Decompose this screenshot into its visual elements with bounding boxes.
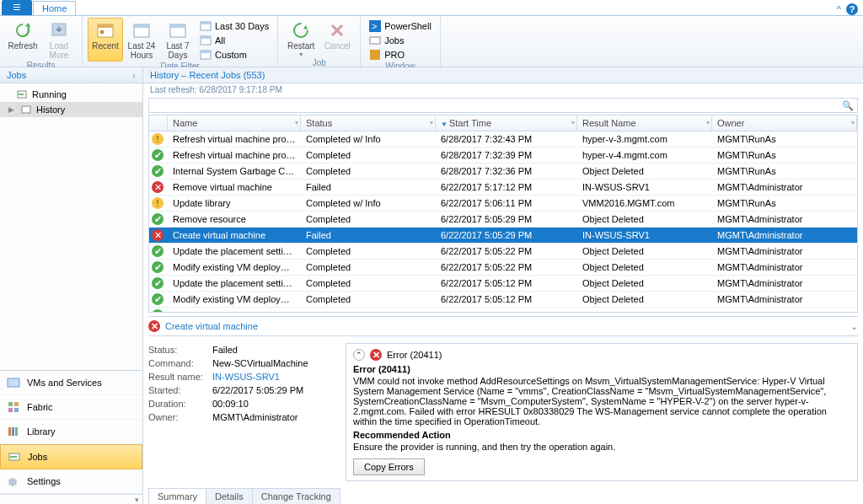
col-result-name[interactable]: Result Name▾: [577, 115, 712, 131]
status-icon: ✕: [149, 180, 168, 195]
table-row[interactable]: ✔Create new VM deployment configurationC…: [149, 308, 857, 312]
status-icon: ✔: [149, 164, 168, 179]
nav-vms-and-services[interactable]: VMs and Services: [0, 371, 142, 395]
svg-rect-3: [100, 30, 104, 34]
cell-start-time: 6/22/2017 5:05:29 PM: [436, 228, 577, 242]
last-24-hours-button[interactable]: Last 24 Hours: [124, 18, 159, 62]
svg-rect-29: [15, 427, 18, 436]
table-row[interactable]: ✕Create virtual machineFailed6/22/2017 5…: [149, 228, 857, 244]
pro-button[interactable]: PRO: [366, 48, 435, 62]
search-input[interactable]: [153, 100, 842, 110]
col-owner[interactable]: Owner▾: [712, 115, 857, 131]
recent-button[interactable]: Recent: [88, 18, 123, 62]
library-icon: [7, 425, 20, 438]
detail-tab-change-tracking[interactable]: Change Tracking: [252, 488, 340, 504]
table-row[interactable]: !Refresh virtual machine propertiesCompl…: [149, 131, 857, 147]
cell-start-time: 6/22/2017 5:05:12 PM: [436, 292, 577, 306]
cell-name: Update the placement settings of a VM...: [168, 244, 301, 258]
ribbon-collapse-icon[interactable]: ^: [837, 4, 841, 14]
help-icon[interactable]: ?: [846, 3, 858, 15]
table-row[interactable]: ✔Refresh virtual machine propertiesCompl…: [149, 147, 857, 164]
cell-result-name: Object Deleted: [577, 244, 712, 258]
last-7-days-button[interactable]: Last 7 Days: [160, 18, 196, 62]
detail-properties: Status:FailedCommand:New-SCVirtualMachin…: [148, 343, 334, 481]
svg-rect-26: [14, 408, 19, 412]
detail-tab-summary[interactable]: Summary: [148, 488, 206, 504]
cell-status: Completed: [301, 276, 436, 290]
nav-fabric[interactable]: Fabric: [0, 395, 142, 420]
prop-label: Command:: [148, 358, 207, 368]
svg-point-14: [294, 24, 308, 37]
table-row[interactable]: ✔Modify existing VM deployment configu..…: [149, 292, 857, 308]
svg-rect-25: [8, 408, 13, 412]
prop-label: Status:: [148, 345, 207, 355]
table-row[interactable]: ✔Modify existing VM deployment configu..…: [149, 260, 857, 276]
cell-result-name: IN-WSUS-SRV1: [577, 180, 712, 194]
status-icon: !: [149, 131, 168, 147]
status-icon: ✔: [149, 276, 168, 291]
svg-rect-18: [370, 50, 380, 60]
collapse-icon[interactable]: ‹: [132, 70, 136, 80]
cell-start-time: 6/28/2017 7:32:36 PM: [436, 164, 577, 178]
cell-start-time: 6/22/2017 5:05:22 PM: [436, 260, 577, 274]
prop-value[interactable]: IN-WSUS-SRV1: [212, 372, 334, 382]
cell-result-name: Object Deleted: [577, 276, 712, 290]
cell-status: Completed: [301, 212, 436, 226]
calendar-icon: [131, 20, 152, 40]
load-more-button[interactable]: Load More: [41, 18, 77, 61]
table-row[interactable]: ✔Update the placement settings of a VM..…: [149, 276, 857, 292]
table-row[interactable]: ✔Update the placement settings of a VM..…: [149, 244, 857, 260]
cell-status: Failed: [301, 180, 436, 194]
app-menu-button[interactable]: [2, 0, 32, 15]
error-title: Error (20411): [353, 364, 850, 374]
cell-name: Remove virtual machine: [168, 180, 301, 194]
cell-start-time: 6/28/2017 7:32:43 PM: [436, 132, 577, 146]
cell-status: Completed w/ Info: [301, 196, 436, 210]
last-refresh-label: Last refresh: 6/28/2017 9:17:18 PM: [143, 83, 863, 96]
jobs-icon: [369, 35, 381, 46]
jobs-button[interactable]: Jobs: [366, 34, 435, 47]
svg-rect-11: [201, 36, 211, 39]
svg-rect-24: [14, 402, 19, 406]
table-row[interactable]: ✔Internal System Garbage CollectionCompl…: [149, 164, 857, 180]
search-icon[interactable]: 🔍: [842, 100, 854, 111]
detail-tab-details[interactable]: Details: [206, 488, 253, 504]
table-row[interactable]: ✔Remove resourceCompleted6/22/2017 5:05:…: [149, 212, 857, 228]
search-box[interactable]: 🔍: [148, 98, 858, 113]
last-30-days-button[interactable]: Last 30 Days: [196, 19, 272, 33]
svg-rect-9: [201, 22, 211, 24]
nav-running[interactable]: Running: [0, 87, 142, 102]
prop-value: 6/22/2017 5:05:29 PM: [212, 385, 334, 395]
restart-button[interactable]: Restart▼: [283, 18, 319, 58]
refresh-button[interactable]: Refresh: [5, 18, 40, 61]
nav-library[interactable]: Library: [0, 420, 142, 444]
col-status[interactable]: Status▾: [301, 115, 436, 131]
nav-settings[interactable]: Settings: [0, 469, 142, 494]
table-row[interactable]: ✕Remove virtual machineFailed6/22/2017 5…: [149, 180, 857, 196]
filter-dropdown-icon: ▾: [851, 119, 855, 126]
tab-home[interactable]: Home: [33, 1, 76, 15]
ribbon-tabbar: Home ^ ?: [0, 0, 863, 15]
col-start-time[interactable]: ▼Start Time▾: [436, 115, 577, 131]
status-icon: ✕: [149, 228, 168, 243]
calendar-icon: [200, 49, 212, 61]
col-name[interactable]: Name▾: [168, 115, 301, 131]
cell-name: Modify existing VM deployment configu...: [168, 260, 301, 274]
cell-start-time: 6/22/2017 5:05:10 PM: [436, 308, 577, 312]
vms-icon: [7, 376, 20, 389]
cell-owner: MGMT\RunAs: [712, 132, 857, 146]
cell-result-name: VMM2016.MGMT.com: [577, 196, 712, 210]
table-row[interactable]: !Update libraryCompleted w/ Info6/22/201…: [149, 196, 857, 212]
nav-overflow[interactable]: ▾: [0, 494, 142, 504]
jobs-icon: [8, 450, 21, 464]
detail-collapse-icon[interactable]: ⌄: [850, 321, 858, 332]
cancel-button[interactable]: Cancel: [319, 18, 355, 58]
powershell-button[interactable]: >PowerShell: [366, 19, 435, 33]
collapse-up-icon[interactable]: ⌃: [353, 349, 365, 361]
custom-button[interactable]: Custom: [196, 48, 272, 62]
copy-errors-button[interactable]: Copy Errors: [353, 458, 425, 475]
nav-jobs[interactable]: Jobs: [0, 444, 142, 469]
grid-body[interactable]: !Refresh virtual machine propertiesCompl…: [149, 131, 857, 312]
all-button[interactable]: All: [196, 34, 272, 47]
nav-history[interactable]: ▶History: [0, 102, 142, 117]
